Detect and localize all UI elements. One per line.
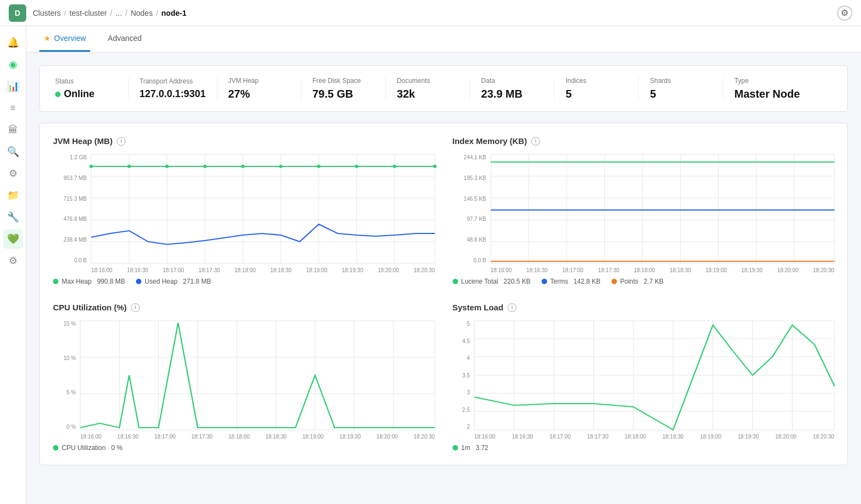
sl-y-6: 2: [453, 424, 470, 430]
svg-point-18: [165, 165, 169, 168]
status-field-docs: Documents 32k: [385, 77, 470, 100]
cpu-y-1: 10 %: [53, 355, 76, 361]
index-memory-info-icon[interactable]: i: [531, 137, 540, 146]
status-field-disk: Free Disk Space 79.5 GB: [301, 77, 385, 100]
topbar-right: ⚙: [837, 5, 852, 21]
charts-section: JVM Heap (MB) i 1.2 GB 953.7 MB 715.3 MB…: [39, 123, 848, 465]
status-field-jvm: JVM Heap 27%: [217, 77, 301, 100]
jvm-y-label-4: 238.4 MB: [53, 237, 87, 243]
cpu-title: CPU Utilization (%) i: [53, 303, 435, 312]
breadcrumb-ellipsis: ...: [116, 9, 122, 17]
sl-y-4: 3: [453, 389, 470, 395]
status-field-status: Status Online: [55, 77, 128, 100]
status-value-type: Master Node: [734, 88, 821, 100]
cpu-y-0: 15 %: [53, 321, 76, 327]
svg-point-23: [355, 165, 359, 168]
status-field-type: Type Master Node: [723, 77, 832, 100]
breadcrumb: Clusters / test-cluster / ... / Nodes / …: [33, 9, 186, 17]
breadcrumb-nodes[interactable]: Nodes: [130, 9, 152, 17]
sidebar-item-health[interactable]: 💚: [3, 229, 23, 249]
sl-y-0: 5: [453, 321, 470, 327]
breadcrumb-current: node-1: [162, 9, 187, 17]
jvm-y-label-2: 715.3 MB: [53, 196, 87, 202]
jvm-legend-used: Used Heap 271.8 MB: [136, 278, 211, 285]
jvm-y-label-5: 0.0 B: [53, 257, 87, 263]
content-area: Status Online Transport Address 127.0.0.…: [26, 52, 861, 478]
jvm-max-dot: [53, 279, 58, 284]
jvm-legend-max: Max Heap 990.8 MB: [53, 278, 125, 285]
sidebar-item-indices[interactable]: 🏛: [3, 120, 23, 140]
sidebar-item-logs[interactable]: ≡: [3, 98, 23, 118]
status-field-data: Data 23.9 MB: [470, 77, 554, 100]
status-label-transport: Transport Address: [140, 77, 206, 85]
sidebar-item-cluster[interactable]: ⚙: [3, 164, 23, 183]
status-value-jvm: 27%: [228, 88, 290, 100]
sl-legend-1m: 1m 3.72: [453, 444, 489, 452]
system-load-info-icon[interactable]: i: [508, 303, 516, 312]
topbar: D Clusters / test-cluster / ... / Nodes …: [0, 0, 861, 26]
system-load-chart: System Load i 5 4.5 4 3.5 3 2.5 2: [453, 303, 835, 452]
main-content: ★ Overview Advanced Status Online Trans: [26, 26, 861, 504]
status-value-indices: 5: [566, 88, 628, 100]
status-label-shards: Shards: [650, 77, 712, 85]
sidebar-item-search[interactable]: 🔍: [3, 142, 23, 161]
svg-point-17: [127, 165, 131, 168]
app-logo: D: [9, 4, 26, 22]
online-dot: [55, 92, 61, 97]
charts-grid: JVM Heap (MB) i 1.2 GB 953.7 MB 715.3 MB…: [53, 136, 834, 452]
status-field-transport: Transport Address 127.0.0.1:9301: [128, 77, 217, 100]
sidebar-item-tools[interactable]: 🔧: [3, 207, 23, 227]
sidebar-item-settings[interactable]: ⚙: [3, 251, 23, 271]
system-load-title: System Load i: [453, 303, 835, 312]
jvm-y-label-0: 1.2 GB: [53, 154, 87, 160]
idx-y-5: 0.0 B: [453, 257, 486, 263]
cpu-svg: [80, 321, 435, 430]
cpu-chart: CPU Utilization (%) i 15 % 10 % 5 % 0 %: [53, 303, 435, 452]
system-load-svg: [474, 321, 835, 430]
jvm-x-labels: 18:16:0018:16:3018:17:0018:17:3018:18:00…: [91, 267, 435, 273]
jvm-y-label-1: 953.7 MB: [53, 175, 87, 181]
jvm-legend: Max Heap 990.8 MB Used Heap 271.8 MB: [53, 278, 435, 285]
topbar-settings-icon[interactable]: ⚙: [837, 5, 852, 21]
idx-y-3: 97.7 KB: [453, 216, 486, 222]
status-value-disk: 79.5 GB: [312, 88, 375, 100]
svg-point-21: [279, 165, 283, 168]
svg-point-20: [241, 165, 245, 168]
svg-point-24: [393, 165, 396, 168]
breadcrumb-clusters[interactable]: Clusters: [33, 9, 61, 17]
status-value-docs: 32k: [397, 88, 459, 100]
sl-y-3: 3.5: [453, 373, 470, 379]
status-field-shards: Shards 5: [638, 77, 723, 100]
sidebar-item-metrics[interactable]: 📊: [3, 76, 23, 96]
idx-y-1: 195.3 KB: [453, 175, 486, 181]
status-value-data: 23.9 MB: [481, 88, 543, 100]
sl-x-labels: 18:16:0018:16:3018:17:0018:17:3018:18:00…: [474, 434, 835, 440]
idx-legend-terms: Terms 142.8 KB: [542, 278, 601, 285]
tab-advanced[interactable]: Advanced: [103, 26, 146, 52]
breadcrumb-test-cluster[interactable]: test-cluster: [69, 9, 106, 17]
cpu-x-labels: 18:16:0018:16:3018:17:0018:17:3018:18:00…: [80, 434, 435, 440]
status-label-status: Status: [55, 77, 117, 85]
cpu-y-2: 5 %: [53, 389, 76, 395]
tab-overview[interactable]: ★ Overview: [39, 26, 90, 52]
svg-point-19: [203, 165, 207, 168]
status-field-indices: Indices 5: [554, 77, 639, 100]
idx-x-labels: 18:16:0018:16:3018:17:0018:17:3018:18:00…: [491, 267, 835, 273]
sl-y-2: 4: [453, 355, 470, 361]
status-value-status: Online: [55, 88, 117, 100]
status-label-jvm: JVM Heap: [228, 77, 290, 85]
jvm-y-label-3: 476.8 MB: [53, 216, 87, 222]
sidebar-item-overview[interactable]: ◉: [3, 55, 23, 74]
status-label-data: Data: [481, 77, 543, 85]
index-memory-title: Index Memory (KB) i: [453, 136, 835, 146]
jvm-heap-info-icon[interactable]: i: [117, 137, 126, 146]
status-label-indices: Indices: [566, 77, 628, 85]
status-value-shards: 5: [650, 88, 712, 100]
sidebar-item-notifications[interactable]: 🔔: [3, 33, 23, 52]
status-label-type: Type: [734, 77, 821, 85]
sidebar-item-snapshots[interactable]: 📁: [3, 185, 23, 205]
cpu-legend: CPU Utilization 0 %: [53, 444, 435, 452]
cpu-y-3: 0 %: [53, 424, 76, 430]
cpu-info-icon[interactable]: i: [131, 303, 140, 312]
star-icon: ★: [44, 34, 51, 43]
